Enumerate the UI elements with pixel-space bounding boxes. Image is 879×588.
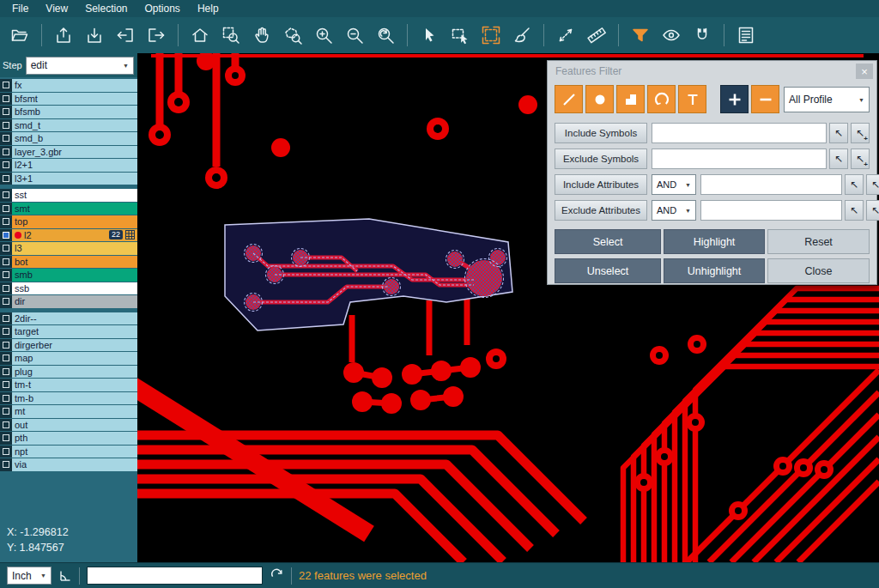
layer-checkbox-cell[interactable] — [0, 189, 12, 202]
layer-name-cell[interactable]: l2+1 — [12, 159, 137, 172]
layer-name-cell[interactable]: 2dir-- — [12, 312, 137, 325]
layer-row-bot[interactable]: bot — [0, 256, 137, 269]
layer-row-2dir--[interactable]: 2dir-- — [0, 312, 137, 325]
layer-checkbox[interactable] — [3, 271, 9, 278]
layer-row-target[interactable]: target — [0, 325, 137, 338]
layer-checkbox-cell[interactable] — [0, 295, 12, 308]
pick-add-symbol-button[interactable]: ↖+ — [851, 123, 870, 143]
layer-row-smd_t[interactable]: smd_t — [0, 119, 137, 132]
add-tool[interactable] — [720, 85, 749, 113]
layer-checkbox-cell[interactable] — [0, 392, 12, 405]
layer-checkbox[interactable] — [3, 245, 9, 252]
zoom-in-icon[interactable] — [310, 21, 337, 49]
layer-checkbox[interactable] — [3, 434, 9, 441]
pick-add-symbol-button[interactable]: ↖+ — [851, 149, 870, 169]
layer-name-cell[interactable]: smd_t — [12, 119, 137, 132]
layer-checkbox[interactable] — [3, 218, 9, 225]
layer-name-cell[interactable]: fx — [12, 79, 137, 92]
layer-checkbox[interactable] — [3, 461, 9, 468]
layer-checkbox-cell[interactable] — [0, 339, 12, 352]
corner-ruler-icon[interactable] — [58, 569, 72, 583]
exclude-symbols-button[interactable]: Exclude Symbols — [555, 149, 647, 169]
pick-symbol-button[interactable]: ↖ — [829, 123, 848, 143]
step-dropdown[interactable]: edit ▼ — [26, 57, 134, 75]
exclude-attributes-input[interactable] — [700, 200, 842, 221]
layer-row-smd_b[interactable]: smd_b — [0, 132, 137, 145]
and-dropdown[interactable]: AND ▼ — [652, 200, 696, 221]
layer-checkbox[interactable] — [3, 448, 9, 455]
pick-attribute-button[interactable]: ↖ — [845, 200, 864, 221]
box-arrow-right-icon[interactable] — [142, 21, 170, 49]
layer-row-l2[interactable]: l222 — [0, 229, 137, 242]
unselect-button[interactable]: Unselect — [555, 258, 661, 283]
include-attributes-input[interactable] — [700, 174, 842, 195]
layer-row-map[interactable]: map — [0, 352, 137, 365]
layer-checkbox[interactable] — [3, 108, 9, 115]
layer-row-smt[interactable]: smt — [0, 203, 137, 215]
layer-name-cell[interactable]: ssb — [12, 282, 137, 295]
layer-checkbox-cell[interactable] — [0, 79, 12, 92]
box-arrow-down-icon[interactable] — [81, 21, 108, 49]
layer-name-cell[interactable]: l222 — [12, 229, 137, 242]
layer-name-cell[interactable]: sst — [12, 189, 137, 202]
layer-checkbox-cell[interactable] — [0, 446, 12, 458]
layer-checkbox-cell[interactable] — [0, 93, 12, 106]
layer-checkbox[interactable] — [3, 149, 9, 155]
layer-checkbox[interactable] — [3, 381, 9, 388]
layer-checkbox-cell[interactable] — [0, 352, 12, 365]
layer-checkbox[interactable] — [3, 175, 9, 182]
layer-name-cell[interactable]: bfsmb — [12, 106, 137, 118]
include-attributes-button[interactable]: Include Attributes — [555, 174, 647, 195]
layer-checkbox[interactable] — [3, 82, 9, 88]
include-symbols-button[interactable]: Include Symbols — [555, 123, 647, 143]
layer-checkbox[interactable] — [3, 315, 9, 322]
layer-row-plug[interactable]: plug — [0, 366, 137, 379]
reset-button[interactable]: Reset — [767, 229, 870, 254]
zoom-polygon-icon[interactable] — [279, 21, 306, 49]
exclude-attributes-button[interactable]: Exclude Attributes — [555, 200, 647, 221]
layer-checkbox[interactable] — [3, 368, 9, 375]
layer-row-npt[interactable]: npt — [0, 446, 137, 458]
layer-row-ssb[interactable]: ssb — [0, 282, 137, 295]
layer-checkbox[interactable] — [3, 355, 9, 361]
layer-checkbox-cell[interactable] — [0, 432, 12, 445]
layer-checkbox[interactable] — [3, 298, 9, 305]
layer-checkbox-cell[interactable] — [0, 282, 12, 295]
pcb-viewport[interactable]: Features Filter × All Profile ▼ Include … — [137, 53, 879, 562]
layer-checkbox[interactable] — [3, 161, 9, 168]
exclude-symbols-input[interactable] — [652, 149, 827, 169]
snap-magnet-icon[interactable] — [688, 21, 716, 49]
measure-distance-icon[interactable] — [552, 21, 579, 49]
select-cursor-icon[interactable] — [415, 21, 443, 49]
layer-name-cell[interactable]: out — [12, 419, 137, 432]
close-button[interactable]: Close — [767, 258, 870, 283]
layer-name-cell[interactable]: smt — [12, 203, 137, 215]
remove-tool[interactable] — [751, 85, 779, 113]
line-tool[interactable] — [555, 85, 583, 113]
pick-add-attribute-button[interactable]: ↖+ — [866, 200, 879, 221]
select-transform-icon[interactable] — [477, 21, 505, 49]
refresh-icon[interactable] — [270, 568, 284, 583]
layer-checkbox-cell[interactable] — [0, 203, 12, 215]
layer-row-l3+1[interactable]: l3+1 — [0, 173, 137, 185]
layer-name-cell[interactable]: map — [12, 352, 137, 365]
layer-row-via[interactable]: via — [0, 458, 137, 471]
layer-checkbox-cell[interactable] — [0, 173, 12, 185]
layer-name-cell[interactable]: bfsmt — [12, 93, 137, 106]
menu-file[interactable]: File — [3, 1, 37, 16]
layer-name-cell[interactable]: npt — [12, 446, 137, 458]
layer-checkbox-cell[interactable] — [0, 119, 12, 132]
layer-row-dir[interactable]: dir — [0, 295, 137, 308]
layer-row-smb[interactable]: smb — [0, 269, 137, 282]
layer-name-cell[interactable]: tm-t — [12, 379, 137, 391]
layer-checkbox[interactable] — [3, 95, 9, 102]
menu-options[interactable]: Options — [136, 1, 189, 16]
layer-name-cell[interactable]: bot — [12, 256, 137, 269]
layer-name-cell[interactable]: smb — [12, 269, 137, 282]
layer-checkbox-cell[interactable] — [0, 458, 12, 471]
layer-checkbox[interactable] — [3, 395, 9, 402]
layer-checkbox[interactable] — [3, 421, 9, 428]
layer-row-tm-b[interactable]: tm-b — [0, 392, 137, 405]
command-input[interactable] — [87, 567, 263, 585]
menu-selection[interactable]: Selection — [76, 1, 136, 16]
